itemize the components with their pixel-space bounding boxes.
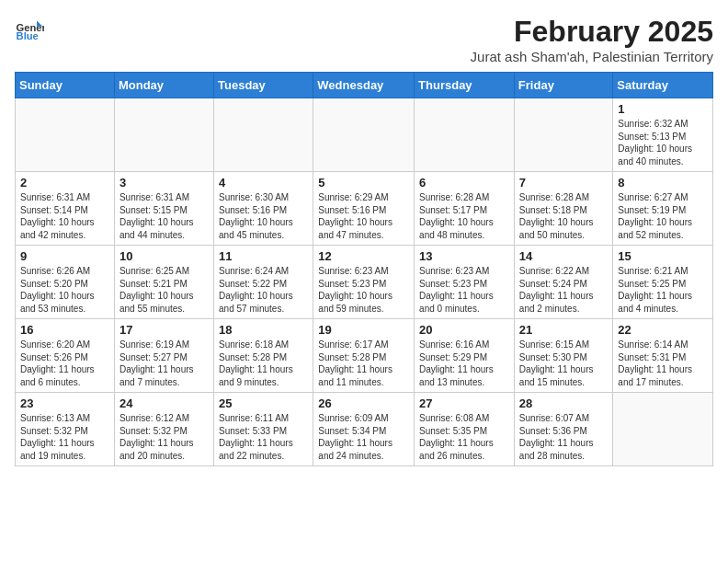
- day-number: 1: [618, 102, 708, 116]
- calendar-cell: 6Sunrise: 6:28 AM Sunset: 5:17 PM Daylig…: [415, 172, 515, 246]
- day-info: Sunrise: 6:28 AM Sunset: 5:17 PM Dayligh…: [419, 191, 509, 241]
- calendar-cell: [16, 98, 115, 172]
- day-info: Sunrise: 6:11 AM Sunset: 5:33 PM Dayligh…: [219, 412, 308, 462]
- calendar-week-3: 9Sunrise: 6:26 AM Sunset: 5:20 PM Daylig…: [16, 246, 713, 319]
- day-info: Sunrise: 6:31 AM Sunset: 5:14 PM Dayligh…: [20, 191, 109, 241]
- day-number: 27: [419, 396, 509, 410]
- day-info: Sunrise: 6:18 AM Sunset: 5:28 PM Dayligh…: [219, 339, 308, 388]
- calendar-cell: [415, 98, 515, 172]
- day-info: Sunrise: 6:09 AM Sunset: 5:34 PM Dayligh…: [318, 412, 409, 462]
- day-number: 13: [419, 249, 509, 263]
- day-info: Sunrise: 6:22 AM Sunset: 5:24 PM Dayligh…: [519, 265, 609, 315]
- day-number: 15: [618, 249, 708, 263]
- calendar-cell: 25Sunrise: 6:11 AM Sunset: 5:33 PM Dayli…: [214, 393, 313, 466]
- calendar-cell: 23Sunrise: 6:13 AM Sunset: 5:32 PM Dayli…: [16, 393, 115, 466]
- day-number: 21: [519, 323, 609, 337]
- day-number: 25: [219, 396, 308, 410]
- calendar-cell: 5Sunrise: 6:29 AM Sunset: 5:16 PM Daylig…: [313, 172, 415, 246]
- calendar-cell: 2Sunrise: 6:31 AM Sunset: 5:14 PM Daylig…: [16, 172, 115, 246]
- calendar-cell: [114, 98, 213, 172]
- day-info: Sunrise: 6:08 AM Sunset: 5:35 PM Dayligh…: [419, 412, 509, 462]
- svg-text:Blue: Blue: [17, 30, 39, 41]
- day-info: Sunrise: 6:23 AM Sunset: 5:23 PM Dayligh…: [419, 265, 509, 315]
- calendar-cell: 20Sunrise: 6:16 AM Sunset: 5:29 PM Dayli…: [415, 319, 515, 393]
- calendar-cell: 7Sunrise: 6:28 AM Sunset: 5:18 PM Daylig…: [514, 172, 613, 246]
- day-info: Sunrise: 6:26 AM Sunset: 5:20 PM Dayligh…: [20, 265, 109, 315]
- day-info: Sunrise: 6:24 AM Sunset: 5:22 PM Dayligh…: [219, 265, 308, 315]
- weekday-header-wednesday: Wednesday: [313, 73, 415, 98]
- calendar-cell: 28Sunrise: 6:07 AM Sunset: 5:36 PM Dayli…: [514, 393, 613, 466]
- day-info: Sunrise: 6:31 AM Sunset: 5:15 PM Dayligh…: [119, 191, 209, 241]
- day-number: 19: [318, 323, 409, 337]
- calendar-table: SundayMondayTuesdayWednesdayThursdayFrid…: [15, 72, 713, 466]
- day-number: 4: [219, 176, 308, 190]
- calendar-cell: 14Sunrise: 6:22 AM Sunset: 5:24 PM Dayli…: [514, 246, 613, 319]
- calendar-cell: 4Sunrise: 6:30 AM Sunset: 5:16 PM Daylig…: [214, 172, 313, 246]
- day-number: 5: [318, 176, 409, 190]
- page-title: February 2025: [471, 15, 713, 49]
- day-info: Sunrise: 6:28 AM Sunset: 5:18 PM Dayligh…: [519, 191, 609, 241]
- weekday-header-tuesday: Tuesday: [214, 73, 313, 98]
- calendar-cell: 26Sunrise: 6:09 AM Sunset: 5:34 PM Dayli…: [313, 393, 415, 466]
- calendar-cell: 15Sunrise: 6:21 AM Sunset: 5:25 PM Dayli…: [613, 246, 713, 319]
- calendar-week-5: 23Sunrise: 6:13 AM Sunset: 5:32 PM Dayli…: [16, 393, 713, 466]
- day-info: Sunrise: 6:23 AM Sunset: 5:23 PM Dayligh…: [318, 265, 409, 315]
- calendar-cell: 22Sunrise: 6:14 AM Sunset: 5:31 PM Dayli…: [613, 319, 713, 393]
- day-number: 14: [519, 249, 609, 263]
- day-info: Sunrise: 6:07 AM Sunset: 5:36 PM Dayligh…: [519, 412, 609, 462]
- day-number: 9: [20, 249, 109, 263]
- day-number: 8: [618, 176, 708, 190]
- day-info: Sunrise: 6:27 AM Sunset: 5:19 PM Dayligh…: [618, 191, 708, 241]
- day-number: 20: [419, 323, 509, 337]
- day-info: Sunrise: 6:19 AM Sunset: 5:27 PM Dayligh…: [119, 339, 209, 388]
- day-info: Sunrise: 6:30 AM Sunset: 5:16 PM Dayligh…: [219, 191, 308, 241]
- day-number: 7: [519, 176, 609, 190]
- calendar-cell: 13Sunrise: 6:23 AM Sunset: 5:23 PM Dayli…: [415, 246, 515, 319]
- calendar-cell: 18Sunrise: 6:18 AM Sunset: 5:28 PM Dayli…: [214, 319, 313, 393]
- calendar-week-1: 1Sunrise: 6:32 AM Sunset: 5:13 PM Daylig…: [16, 98, 713, 172]
- day-number: 18: [219, 323, 308, 337]
- day-number: 3: [119, 176, 209, 190]
- day-info: Sunrise: 6:32 AM Sunset: 5:13 PM Dayligh…: [618, 118, 708, 167]
- calendar-cell: 12Sunrise: 6:23 AM Sunset: 5:23 PM Dayli…: [313, 246, 415, 319]
- day-info: Sunrise: 6:25 AM Sunset: 5:21 PM Dayligh…: [119, 265, 209, 315]
- day-number: 17: [119, 323, 209, 337]
- day-info: Sunrise: 6:29 AM Sunset: 5:16 PM Dayligh…: [318, 191, 409, 241]
- day-info: Sunrise: 6:13 AM Sunset: 5:32 PM Dayligh…: [20, 412, 109, 462]
- logo-icon: General Blue: [15, 15, 44, 44]
- calendar-week-2: 2Sunrise: 6:31 AM Sunset: 5:14 PM Daylig…: [16, 172, 713, 246]
- day-number: 2: [20, 176, 109, 190]
- day-number: 24: [119, 396, 209, 410]
- day-number: 11: [219, 249, 308, 263]
- day-number: 10: [119, 249, 209, 263]
- day-number: 12: [318, 249, 409, 263]
- day-number: 26: [318, 396, 409, 410]
- calendar-cell: 27Sunrise: 6:08 AM Sunset: 5:35 PM Dayli…: [415, 393, 515, 466]
- day-info: Sunrise: 6:17 AM Sunset: 5:28 PM Dayligh…: [318, 339, 409, 388]
- day-number: 28: [519, 396, 609, 410]
- weekday-header-sunday: Sunday: [16, 73, 115, 98]
- calendar-cell: 9Sunrise: 6:26 AM Sunset: 5:20 PM Daylig…: [16, 246, 115, 319]
- day-info: Sunrise: 6:20 AM Sunset: 5:26 PM Dayligh…: [20, 339, 109, 388]
- day-info: Sunrise: 6:15 AM Sunset: 5:30 PM Dayligh…: [519, 339, 609, 388]
- header: General Blue February 2025 Jurat ash Sha…: [15, 15, 713, 64]
- calendar-cell: 17Sunrise: 6:19 AM Sunset: 5:27 PM Dayli…: [114, 319, 213, 393]
- weekday-header-friday: Friday: [514, 73, 613, 98]
- calendar-cell: 19Sunrise: 6:17 AM Sunset: 5:28 PM Dayli…: [313, 319, 415, 393]
- day-info: Sunrise: 6:16 AM Sunset: 5:29 PM Dayligh…: [419, 339, 509, 388]
- calendar-cell: [214, 98, 313, 172]
- day-info: Sunrise: 6:12 AM Sunset: 5:32 PM Dayligh…: [119, 412, 209, 462]
- calendar-cell: 3Sunrise: 6:31 AM Sunset: 5:15 PM Daylig…: [114, 172, 213, 246]
- weekday-header-row: SundayMondayTuesdayWednesdayThursdayFrid…: [16, 73, 713, 98]
- calendar-cell: 16Sunrise: 6:20 AM Sunset: 5:26 PM Dayli…: [16, 319, 115, 393]
- logo: General Blue: [15, 15, 44, 44]
- day-number: 23: [20, 396, 109, 410]
- calendar-cell: [313, 98, 415, 172]
- weekday-header-monday: Monday: [114, 73, 213, 98]
- calendar-week-4: 16Sunrise: 6:20 AM Sunset: 5:26 PM Dayli…: [16, 319, 713, 393]
- calendar-cell: [613, 393, 713, 466]
- calendar-cell: 11Sunrise: 6:24 AM Sunset: 5:22 PM Dayli…: [214, 246, 313, 319]
- calendar-cell: 1Sunrise: 6:32 AM Sunset: 5:13 PM Daylig…: [613, 98, 713, 172]
- title-area: February 2025 Jurat ash Sham'ah, Palesti…: [471, 15, 713, 64]
- calendar-cell: 21Sunrise: 6:15 AM Sunset: 5:30 PM Dayli…: [514, 319, 613, 393]
